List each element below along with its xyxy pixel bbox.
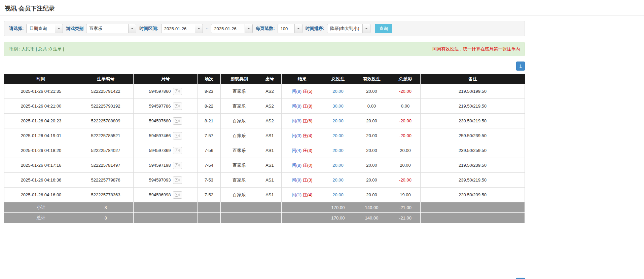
page-size-input[interactable]	[278, 24, 295, 33]
subtotal-row: 小计8170.00140.00-21.00	[4, 202, 525, 213]
cell-payout: -20.00	[390, 84, 421, 99]
round-video-button[interactable]	[173, 147, 182, 154]
sort-order-input[interactable]	[327, 24, 363, 33]
date-from-input[interactable]	[161, 24, 195, 33]
cell-total-bet: 20.00	[323, 114, 353, 128]
table-row: 2025-01-26 04:21:00522225790192594597786…	[4, 99, 525, 114]
game-type-label: 游戏类别	[66, 26, 83, 32]
payout-value: -20.00	[399, 89, 412, 94]
cell-remark: 219.50/219.50	[421, 99, 525, 114]
result-banker: 庄(4)	[303, 192, 313, 197]
video-camera-icon	[175, 149, 180, 152]
total-bet-link[interactable]: 20.00	[332, 148, 344, 153]
payout-value: -20.00	[399, 133, 412, 138]
result-banker: 庄(5)	[303, 89, 313, 94]
result-player: 闲(8)	[292, 118, 301, 123]
page-size-dropdown-button[interactable]	[294, 24, 302, 33]
cell-round-no: 594597680	[134, 114, 198, 128]
col-header-total-bet: 总投注	[323, 74, 353, 84]
footer-total-bet: 170.00	[323, 202, 353, 213]
filter-panel: 请选择: 游戏类别 时间区间: ~ 每页笔数: 时间排序:	[4, 21, 525, 36]
table-body: 2025-01-26 04:21:35522225791422594597860…	[4, 84, 525, 202]
col-header-payout: 总派彩	[390, 74, 421, 84]
footer-valid-bet: 140.00	[353, 213, 390, 223]
game-type-dropdown-button[interactable]	[128, 24, 136, 33]
total-bet-link[interactable]: 20.00	[332, 163, 344, 168]
cell-remark: 220.50/239.50	[421, 188, 525, 202]
round-video-button[interactable]	[173, 162, 182, 169]
chevron-down-icon	[198, 28, 200, 29]
payout-value: 20.00	[400, 148, 411, 153]
cell-game: 百家乐	[221, 114, 258, 128]
round-no: 594597466	[149, 133, 171, 138]
total-bet-link[interactable]: 20.00	[332, 89, 344, 94]
result-player: 闲(8)	[292, 89, 301, 94]
date-to-input[interactable]	[211, 24, 245, 33]
table-row: 2025-01-26 04:19:01522225785521594597466…	[4, 128, 525, 143]
date-from-dropdown-button[interactable]	[195, 24, 203, 33]
cell-round-no: 594597369	[134, 143, 198, 158]
cell-table-no: AS1	[258, 143, 282, 158]
cell-remark: 239.50/219.50	[421, 114, 525, 128]
date-to-dropdown-button[interactable]	[245, 24, 253, 33]
cell-payout: -20.00	[390, 128, 421, 143]
cell-table-no: AS1	[258, 188, 282, 202]
table-row: 2025-01-26 04:21:35522225791422594597860…	[4, 84, 525, 99]
col-header-table-no: 桌号	[258, 74, 282, 84]
footer-label: 小计	[4, 202, 78, 213]
cell-round-no: 594597198	[134, 158, 198, 173]
total-bet-link[interactable]: 30.00	[332, 104, 344, 109]
cell-bet-no: 522225791422	[78, 84, 134, 99]
search-button[interactable]: 查询	[375, 24, 392, 33]
summary-notice: 同局有效投注，统一计算在该局第一张注单内	[432, 46, 520, 52]
query-type-input[interactable]	[26, 24, 55, 33]
round-no: 594597093	[149, 177, 171, 183]
member-bet-records-page: 请选择: 游戏类别 时间区间: ~ 每页笔数: 时间排序:	[4, 21, 525, 279]
sort-order-dropdown-button[interactable]	[362, 24, 370, 33]
table-row: 2025-01-26 04:16:00522225778363594596998…	[4, 188, 525, 202]
cell-table-no: AS1	[258, 173, 282, 188]
round-video-button[interactable]	[173, 117, 182, 125]
total-bet-link[interactable]: 20.00	[332, 133, 344, 138]
result-player: 闲(9)	[292, 177, 301, 183]
cell-remark: 239.50/219.50	[421, 173, 525, 188]
video-camera-icon	[175, 89, 180, 93]
round-video-button[interactable]	[173, 88, 182, 95]
pagination-top: 1	[4, 62, 525, 71]
page-button-1[interactable]: 1	[516, 62, 525, 71]
result-banker: 庄(8)	[303, 104, 313, 109]
cell-session: 8-22	[198, 99, 221, 114]
date-from-combo	[161, 24, 203, 33]
result-banker: 庄(3)	[303, 148, 313, 153]
cell-table-no: AS1	[258, 128, 282, 143]
game-type-input[interactable]	[86, 24, 129, 33]
col-header-valid-bet: 有效投注	[353, 74, 390, 84]
cell-game: 百家乐	[221, 99, 258, 114]
result-banker: 庄(3)	[303, 177, 313, 183]
cell-payout: 19.00	[390, 188, 421, 202]
cell-time: 2025-01-26 04:17:16	[4, 158, 78, 173]
game-type-combo	[86, 24, 137, 33]
total-bet-link[interactable]: 20.00	[332, 177, 344, 183]
total-bet-link[interactable]: 20.00	[332, 192, 344, 197]
result-banker: 庄(4)	[303, 133, 313, 138]
cell-time: 2025-01-26 04:21:35	[4, 84, 78, 99]
chevron-down-icon	[297, 28, 300, 29]
cell-game: 百家乐	[221, 128, 258, 143]
sort-order-combo	[327, 24, 371, 33]
total-bet-link[interactable]: 20.00	[332, 118, 344, 123]
round-video-button[interactable]	[173, 191, 182, 199]
cell-session: 7-52	[198, 188, 221, 202]
result-player: 闲(1)	[292, 192, 301, 197]
cell-bet-no: 522225778363	[78, 188, 134, 202]
round-video-button[interactable]	[173, 132, 182, 140]
cell-payout: -20.00	[390, 173, 421, 188]
round-video-button[interactable]	[173, 176, 182, 184]
cell-time: 2025-01-26 04:18:20	[4, 143, 78, 158]
payout-value: 20.00	[400, 163, 411, 168]
video-camera-icon	[175, 119, 180, 123]
date-to-combo	[211, 24, 253, 33]
round-video-button[interactable]	[173, 103, 182, 110]
page-button-1-bottom[interactable]: 1	[516, 278, 525, 279]
query-type-dropdown-button[interactable]	[55, 24, 63, 33]
